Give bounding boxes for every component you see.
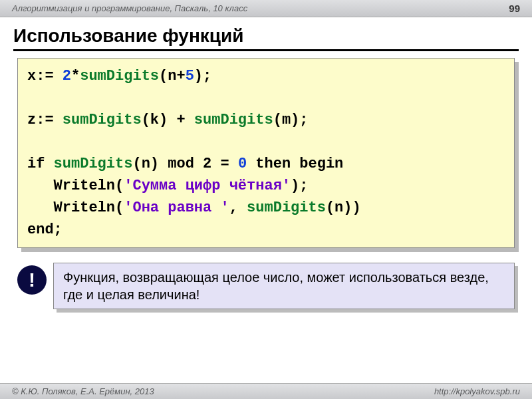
page-title: Использование функций <box>13 25 519 51</box>
header-bar: Алгоритмизация и программирование, Паска… <box>0 0 532 17</box>
code-text: x:= 2*sumDigits(n+5); z:= sumDigits(k) +… <box>27 68 361 238</box>
code-block-wrapper: x:= 2*sumDigits(n+5); z:= sumDigits(k) +… <box>17 58 515 248</box>
info-note: ! Функция, возвращающая целое число, мож… <box>17 263 515 309</box>
footer-authors: © К.Ю. Поляков, Е.А. Ерёмин, 2013 <box>12 386 154 396</box>
footer-bar: © К.Ю. Поляков, Е.А. Ерёмин, 2013 http:/… <box>0 383 532 399</box>
breadcrumb: Алгоритмизация и программирование, Паска… <box>12 3 247 13</box>
footer-url: http://kpolyakov.spb.ru <box>434 386 520 396</box>
slide-content: Использование функций x:= 2*sumDigits(n+… <box>0 17 532 309</box>
exclamation-icon: ! <box>17 265 47 295</box>
page-number: 99 <box>509 3 520 14</box>
note-text: Функция, возвращающая целое число, может… <box>53 263 515 309</box>
code-block: x:= 2*sumDigits(n+5); z:= sumDigits(k) +… <box>17 58 515 248</box>
